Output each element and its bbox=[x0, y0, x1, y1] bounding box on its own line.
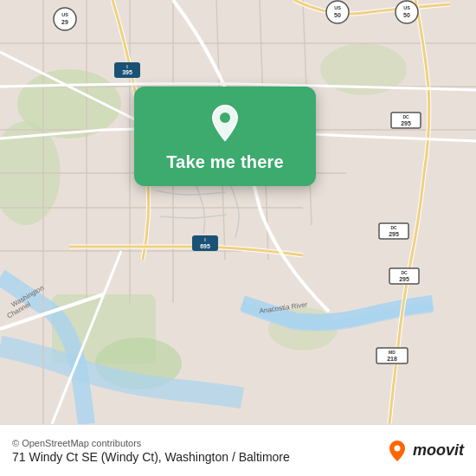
svg-text:US: US bbox=[334, 5, 341, 10]
svg-text:50: 50 bbox=[334, 12, 341, 18]
moovit-icon bbox=[385, 439, 409, 463]
location-pin-icon bbox=[204, 102, 246, 144]
take-me-there-button[interactable]: Take me there bbox=[166, 152, 284, 172]
moovit-brand-text: moovit bbox=[413, 441, 464, 460]
bottom-bar: © OpenStreetMap contributors 71 Windy Ct… bbox=[0, 424, 476, 476]
svg-text:MD: MD bbox=[389, 350, 396, 355]
svg-text:695: 695 bbox=[200, 243, 210, 249]
location-card[interactable]: Take me there bbox=[134, 87, 316, 186]
location-address: 71 Windy Ct SE (Windy Ct), Washington / … bbox=[12, 450, 290, 464]
svg-point-51 bbox=[394, 445, 400, 451]
svg-text:US: US bbox=[61, 12, 68, 17]
svg-text:DC: DC bbox=[402, 114, 409, 119]
svg-text:50: 50 bbox=[403, 12, 410, 18]
svg-text:US: US bbox=[403, 5, 410, 10]
address-section: © OpenStreetMap contributors 71 Windy Ct… bbox=[12, 438, 290, 464]
svg-text:29: 29 bbox=[61, 19, 68, 25]
svg-text:295: 295 bbox=[399, 276, 409, 282]
moovit-logo[interactable]: moovit bbox=[385, 439, 464, 463]
map-view[interactable]: Washington Channel Anacostia River US 29… bbox=[0, 0, 476, 424]
svg-text:218: 218 bbox=[387, 356, 397, 362]
map-attribution: © OpenStreetMap contributors bbox=[12, 438, 290, 448]
svg-text:295: 295 bbox=[389, 231, 399, 237]
svg-text:395: 395 bbox=[122, 69, 132, 75]
svg-text:295: 295 bbox=[401, 120, 411, 126]
svg-text:DC: DC bbox=[390, 225, 397, 230]
svg-text:DC: DC bbox=[401, 270, 408, 275]
svg-point-50 bbox=[220, 113, 230, 123]
